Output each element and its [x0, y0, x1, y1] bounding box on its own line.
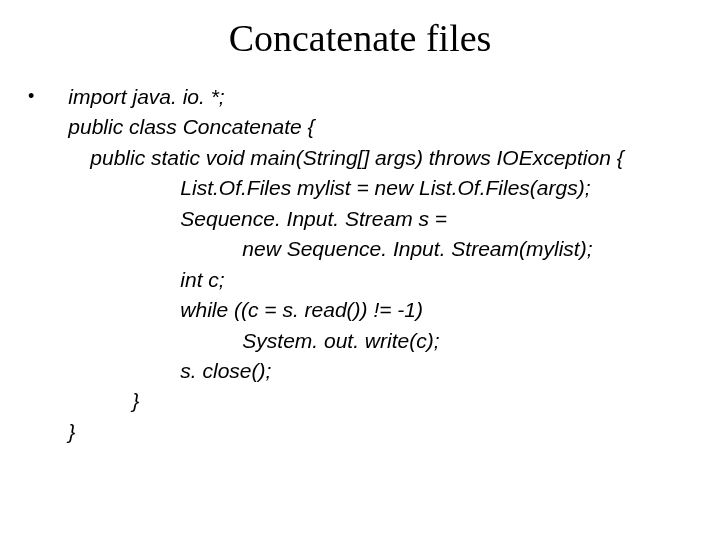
- slide-content: • import java. io. *; public class Conca…: [20, 82, 700, 447]
- code-line: public static void main(String[] args) t…: [68, 143, 623, 173]
- code-line: }: [68, 386, 623, 416]
- code-line: import java. io. *;: [68, 82, 623, 112]
- code-line: int c;: [68, 265, 623, 295]
- code-line: System. out. write(c);: [68, 326, 623, 356]
- code-block: import java. io. *; public class Concate…: [44, 82, 623, 447]
- slide: Concatenate files • import java. io. *; …: [0, 0, 720, 540]
- code-line: public class Concatenate {: [68, 112, 623, 142]
- code-line: }: [68, 417, 623, 447]
- code-line: while ((c = s. read()) != -1): [68, 295, 623, 325]
- code-line: new Sequence. Input. Stream(mylist);: [68, 234, 623, 264]
- bullet-item: • import java. io. *; public class Conca…: [28, 82, 700, 447]
- bullet-marker: •: [28, 82, 34, 111]
- code-line: List.Of.Files mylist = new List.Of.Files…: [68, 173, 623, 203]
- slide-title: Concatenate files: [20, 16, 700, 60]
- code-line: s. close();: [68, 356, 623, 386]
- code-line: Sequence. Input. Stream s =: [68, 204, 623, 234]
